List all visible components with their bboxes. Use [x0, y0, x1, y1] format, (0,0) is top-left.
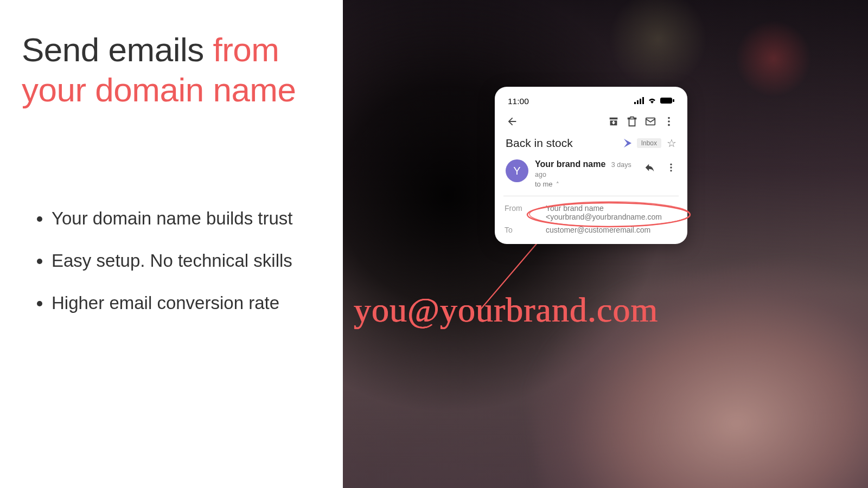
to-me[interactable]: to me ˄ [535, 180, 637, 188]
star-icon[interactable]: ☆ [667, 137, 676, 150]
sender-info: Your brand name 3 days ago to me ˄ [535, 159, 637, 188]
wifi-icon [647, 97, 657, 106]
headline: Send emails from your domain name [22, 30, 321, 111]
email-toolbar [503, 113, 679, 136]
category-chevron-icon [624, 139, 631, 147]
svg-rect-4 [660, 98, 672, 104]
headline-part1: Send emails [22, 31, 213, 68]
svg-point-7 [668, 117, 670, 119]
bullet-list: Your domain name builds trust Easy setup… [22, 208, 321, 313]
battery-icon [660, 97, 674, 106]
handwritten-email: you@yourbrand.com [354, 290, 658, 330]
svg-point-8 [668, 120, 670, 123]
bullet-item: Higher email conversion rate [52, 293, 321, 313]
to-me-label: to me [535, 180, 553, 188]
sender-row: Y Your brand name 3 days ago to me ˄ [503, 157, 679, 195]
svg-rect-3 [642, 97, 644, 104]
svg-point-9 [668, 124, 670, 126]
svg-rect-0 [634, 102, 636, 104]
left-panel: Send emails from your domain name Your d… [0, 0, 343, 488]
slide: Send emails from your domain name Your d… [0, 0, 868, 488]
back-arrow-icon[interactable] [506, 115, 519, 128]
chevron-down-icon: ˄ [554, 181, 559, 188]
svg-point-10 [670, 164, 672, 165]
mail-icon[interactable] [644, 115, 657, 128]
bullet-item: Your domain name builds trust [52, 208, 321, 229]
avatar-letter: Y [513, 165, 520, 177]
svg-rect-5 [673, 99, 674, 102]
bullet-item: Easy setup. No technical skills [52, 251, 321, 271]
more-vert-icon[interactable] [666, 162, 676, 175]
reply-icon[interactable] [644, 162, 656, 176]
status-icons [634, 97, 674, 106]
more-vert-icon[interactable] [662, 115, 675, 128]
right-panel: 11:00 [343, 0, 868, 488]
archive-icon[interactable] [607, 115, 620, 128]
trash-icon[interactable] [626, 115, 639, 128]
svg-point-11 [670, 166, 672, 168]
svg-point-14 [529, 202, 690, 227]
svg-rect-1 [637, 100, 639, 104]
inbox-chip: Inbox [637, 138, 661, 148]
subject-row: Back in stock Inbox ☆ [503, 136, 679, 157]
scribble-ellipse-annotation [525, 201, 693, 229]
svg-point-12 [670, 170, 672, 171]
sender-actions [644, 159, 676, 176]
status-time: 11:00 [508, 97, 529, 106]
sender-name: Your brand name [535, 159, 605, 169]
avatar: Y [506, 159, 528, 182]
svg-rect-2 [640, 99, 641, 104]
phone-statusbar: 11:00 [503, 95, 679, 113]
signal-icon [634, 97, 644, 106]
email-subject: Back in stock [506, 137, 618, 150]
